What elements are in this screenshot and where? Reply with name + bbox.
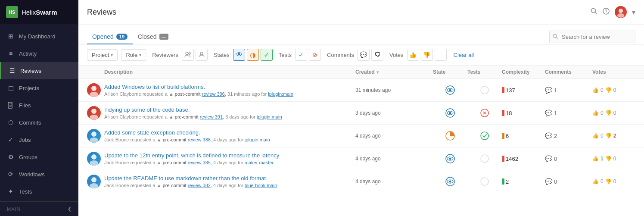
svg-point-18 (449, 89, 451, 91)
row-created: 31 minutes ago (355, 87, 433, 93)
user-avatar[interactable] (615, 6, 627, 18)
test-pass-filter[interactable]: ✓ (295, 49, 307, 61)
row-complexity: 18 (502, 110, 545, 116)
svg-point-31 (481, 132, 488, 140)
review-link[interactable]: review 388 (188, 137, 211, 142)
row-description: Added some state exception checking. Jac… (104, 129, 355, 142)
thumbsup-icon: 👍 (592, 133, 599, 139)
row-comments: 💬 0 (545, 155, 592, 162)
comment-icon: 💬 (545, 132, 552, 139)
col-description[interactable]: Description (104, 69, 355, 75)
sidebar-logo[interactable]: HS HelixSwarm (0, 0, 78, 24)
branch-link[interactable]: jplugin:main (257, 114, 282, 119)
user-menu-chevron-icon[interactable]: ▾ (632, 8, 635, 16)
role-filter[interactable]: Role ▾ (121, 49, 146, 61)
role-chevron-icon: ▾ (139, 53, 141, 57)
svg-point-7 (619, 9, 623, 13)
sidebar-item-reviews[interactable]: ☰ Reviews (0, 62, 78, 79)
svg-point-13 (200, 52, 203, 55)
help-icon[interactable]: ? (603, 8, 610, 16)
tab-opened[interactable]: Opened 19 (87, 30, 133, 44)
sidebar-collapse-button[interactable]: ❮ (68, 206, 72, 212)
row-comments: 💬 1 (545, 110, 592, 116)
state-filter-green[interactable]: ✓ (261, 49, 273, 61)
main-header: Reviews ? ▾ (78, 0, 644, 25)
jobs-icon: ✓ (7, 136, 15, 144)
comment-icon: 💬 (545, 110, 552, 116)
table-row: Added Windows to list of build platforms… (78, 79, 644, 102)
row-comments: 💬 2 (545, 132, 592, 139)
test-fail-filter[interactable]: ⊘ (309, 49, 321, 61)
avatar (87, 175, 101, 188)
comments-filter-group: 💬 🗨 (358, 49, 383, 61)
row-description: Update to the 12th entry point, which is… (104, 152, 355, 165)
review-link[interactable]: review 385 (188, 160, 211, 165)
review-link[interactable]: review 382 (188, 183, 211, 188)
reviewer-group-icon[interactable] (182, 49, 194, 61)
comment-filter[interactable]: 💬 (358, 49, 370, 61)
thumbsup-icon: 👍 (592, 87, 599, 93)
review-link[interactable]: review 396 (202, 91, 225, 97)
review-title-link[interactable]: Update to the 12th entry point, which is… (104, 152, 355, 159)
svg-point-20 (91, 109, 96, 114)
vote-down-filter[interactable]: 👎 (421, 49, 433, 61)
filters-bar: Project ▾ Role ▾ Reviewers States 👁 ◑ ✓ … (78, 44, 644, 66)
comment-unread-filter[interactable]: 🗨 (371, 49, 383, 61)
reviewers-filter-group (182, 49, 208, 61)
review-title-link[interactable]: Update the README to use markdown rather… (104, 175, 355, 182)
tab-closed[interactable]: Closed — (133, 30, 174, 44)
review-title-link[interactable]: Tidying up some of the code base. (104, 106, 355, 113)
search-input[interactable] (549, 31, 635, 43)
sidebar-item-workflows[interactable]: ⟳ Workflows (0, 166, 78, 183)
svg-point-11 (186, 52, 188, 55)
row-avatar (87, 152, 104, 166)
thumbsup-icon: 👍 (592, 156, 599, 162)
col-created[interactable]: Created ▾ (355, 69, 433, 75)
sidebar-item-dashboard[interactable]: ⊞ My Dashboard (0, 28, 78, 45)
row-votes: 👍 0 👎 2 (592, 133, 635, 139)
reviewer-person-icon[interactable] (196, 49, 208, 61)
thumbsdown-icon: 👎 (605, 110, 612, 116)
row-avatar (87, 106, 104, 120)
review-search-box[interactable] (549, 31, 635, 43)
row-avatar (87, 129, 104, 143)
vote-neutral-filter[interactable]: — (435, 49, 447, 61)
row-description: Added Windows to list of build platforms… (104, 84, 355, 97)
col-avatar (87, 69, 104, 75)
complexity-bar-icon (502, 156, 504, 162)
state-filter-blue[interactable]: 👁 (233, 49, 245, 61)
branch-link[interactable]: jplugin:main (268, 91, 293, 97)
state-filter-orange[interactable]: ◑ (247, 49, 259, 61)
sidebar-item-projects[interactable]: ◫ Projects (0, 79, 78, 97)
files-icon (7, 101, 15, 109)
row-tests (467, 154, 502, 163)
comment-icon: 💬 (545, 178, 552, 185)
svg-point-38 (91, 177, 96, 182)
sidebar-item-jobs[interactable]: ✓ Jobs (0, 131, 78, 148)
sidebar-item-tests[interactable]: ✦ Tests (0, 183, 78, 200)
review-meta: Allison Clayborne requested a ▲ post-com… (104, 91, 355, 97)
complexity-bar-icon (502, 133, 504, 139)
opened-count-badge: 19 (116, 34, 128, 40)
search-icon[interactable] (591, 8, 597, 16)
main-content: Reviews ? ▾ Opened 19 Closed — (78, 0, 644, 216)
sidebar-item-commits[interactable]: ⬡ Commits (0, 114, 78, 131)
thumbsdown-icon: 👎 (605, 133, 612, 139)
sidebar-item-groups[interactable]: ⚙ Groups (0, 148, 78, 166)
review-link[interactable]: review 391 (200, 114, 223, 119)
vote-up-filter[interactable]: 👍 (407, 49, 419, 61)
project-filter[interactable]: Project ▾ (87, 49, 118, 61)
sidebar-item-activity[interactable]: ≡ Activity (0, 45, 78, 62)
branch-link[interactable]: blue-book:main (245, 183, 277, 188)
svg-point-14 (91, 86, 96, 91)
branch-link[interactable]: jplugin:main (245, 137, 270, 142)
row-state (433, 85, 467, 95)
col-votes: Votes (592, 69, 635, 75)
svg-point-19 (481, 86, 488, 94)
branch-link[interactable]: maker:master (245, 160, 274, 165)
review-title-link[interactable]: Added Windows to list of build platforms… (104, 84, 355, 90)
sidebar-item-files[interactable]: Files (0, 97, 78, 114)
clear-all-button[interactable]: Clear all (454, 52, 474, 58)
row-avatar (87, 83, 104, 97)
review-title-link[interactable]: Added some state exception checking. (104, 129, 355, 136)
